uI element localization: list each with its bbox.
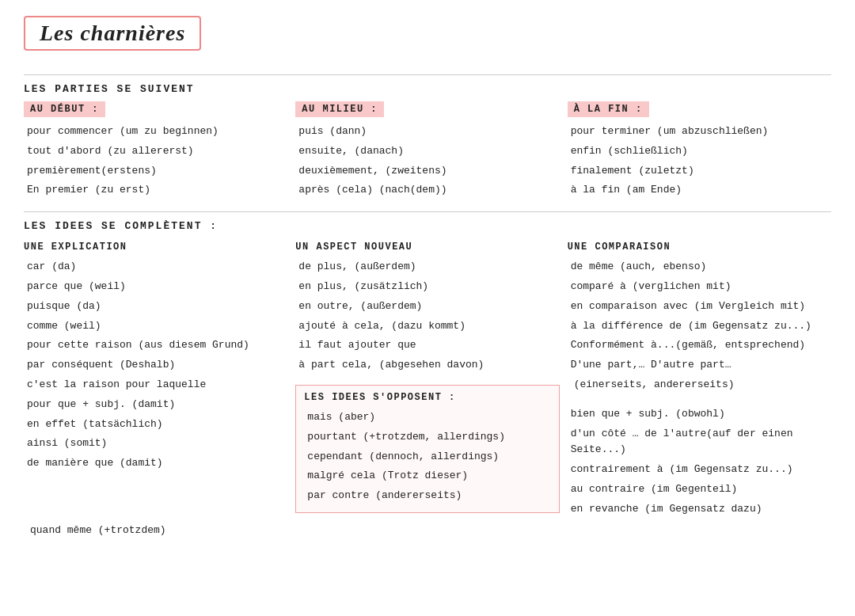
entry-opp3-4: au contraire (im Gegenteil) [568, 480, 831, 500]
entry-asp-5: il faut ajouter que [295, 336, 559, 356]
entry-expl-7: c'est la raison pour laquelle [24, 375, 287, 395]
entry-opp-2: pourtant (+trotzdem, allerdings) [304, 428, 550, 447]
entry-debut-4: En premier (zu erst) [24, 181, 287, 200]
entry-opp3-3: contrairement à (im Gegensatz zu...) [568, 460, 831, 480]
entry-asp-4: ajouté à cela, (dazu kommt) [295, 317, 559, 337]
col-fin: À LA FIN : pour terminer (um abzuschließ… [568, 101, 831, 200]
entry-comp-4: à la différence de (im Gegensatz zu...) [568, 317, 831, 337]
col-comparaison: UNE COMPARAISON de même (auch, ebenso) c… [568, 238, 831, 519]
col-explication-title: UNE EXPLICATION [24, 241, 287, 253]
entry-opp3-2: d'un côté … de l'autre(auf der einen Sei… [568, 424, 831, 461]
entry-asp-3: en outre, (außerdem) [295, 297, 559, 317]
col-milieu: AU MILIEU : puis (dann) ensuite, (danach… [295, 101, 559, 200]
oppose-box: LES IDEES S'OPPOSENT : mais (aber) pourt… [295, 385, 559, 513]
entry-expl-3: puisque (da) [24, 297, 287, 317]
entry-expl-5: pour cette raison (aus diesem Grund) [24, 336, 287, 356]
entry-asp-1: de plus, (außerdem) [295, 257, 559, 277]
col-aspect-and-oppose: UN ASPECT NOUVEAU de plus, (außerdem) en… [295, 238, 559, 519]
entry-opp-1: mais (aber) [304, 408, 550, 428]
section-header-parties: LES PARTIES SE SUIVENT [24, 83, 831, 95]
entry-milieu-4: après (cela) (nach(dem)) [295, 181, 559, 200]
section-header-idees: LES IDEES SE COMPLÈTENT : [24, 220, 831, 232]
col-debut: AU DÉBUT : pour commencer (um zu beginne… [24, 101, 287, 200]
entry-asp-2: en plus, (zusätzlich) [295, 277, 559, 297]
entry-expl-1: car (da) [24, 257, 287, 277]
entry-opp3-1: bien que + subj. (obwohl) [568, 405, 831, 424]
col-debut-header: AU DÉBUT : [24, 101, 105, 117]
entry-comp-2: comparé à (verglichen mit) [568, 277, 831, 297]
section-idees: LES IDEES SE COMPLÈTENT : UNE EXPLICATIO… [24, 220, 831, 540]
entry-opp-5: par contre (andererseits) [304, 486, 550, 506]
entry-comp-6: D'une part,… D'autre part… [568, 356, 831, 375]
entry-comp-5: Conformément à...(gemäß, entsprechend) [568, 336, 831, 356]
entry-expl-4: comme (weil) [24, 317, 287, 337]
entry-debut-2: tout d'abord (zu allererst) [24, 142, 287, 162]
entry-fin-1: pour terminer (um abzuschließen) [568, 122, 831, 142]
col-explication: UNE EXPLICATION car (da) parce que (weil… [24, 238, 287, 519]
page-title: Les charnières [24, 16, 201, 51]
section-parties: LES PARTIES SE SUIVENT AU DÉBUT : pour c… [24, 83, 831, 200]
entry-expl-10: ainsi (somit) [24, 434, 287, 454]
entry-asp-6: à part cela, (abgesehen davon) [295, 356, 559, 375]
entry-expl-8: pour que + subj. (damit) [24, 395, 287, 415]
entry-debut-1: pour commencer (um zu beginnen) [24, 122, 287, 142]
entry-milieu-3: deuxièmement, (zweitens) [295, 162, 559, 181]
entry-comp-7: (einerseits, andererseits) [568, 375, 831, 395]
entry-opp-3: cependant (dennoch, allerdings) [304, 447, 550, 467]
entry-expl-9: en effet (tatsächlich) [24, 415, 287, 435]
entry-comp-1: de même (auch, ebenso) [568, 257, 831, 277]
entry-expl-6: par conséquent (Deshalb) [24, 356, 287, 375]
entry-debut-3: premièrement(erstens) [24, 162, 287, 181]
col-comparaison-title: UNE COMPARAISON [568, 241, 831, 253]
entry-fin-2: enfin (schließlich) [568, 142, 831, 162]
entry-opp-4: malgré cela (Trotz dieser) [304, 466, 550, 486]
col-aspect-title: UN ASPECT NOUVEAU [295, 241, 559, 253]
entry-expl-quand: quand même (+trotzdem) [27, 521, 831, 541]
entry-milieu-1: puis (dann) [295, 122, 559, 142]
entry-expl-11: de manière que (damit) [24, 454, 287, 473]
entry-comp-3: en comparaison avec (im Vergleich mit) [568, 297, 831, 317]
entry-milieu-2: ensuite, (danach) [295, 142, 559, 162]
entry-fin-4: à la fin (am Ende) [568, 181, 831, 200]
entry-fin-3: finalement (zuletzt) [568, 162, 831, 181]
col-milieu-header: AU MILIEU : [295, 101, 384, 117]
entry-opp3-5: en revanche (im Gegensatz dazu) [568, 500, 831, 519]
col-fin-header: À LA FIN : [568, 101, 649, 117]
oppose-header: LES IDEES S'OPPOSENT : [304, 392, 550, 403]
entry-expl-2: parce que (weil) [24, 277, 287, 297]
